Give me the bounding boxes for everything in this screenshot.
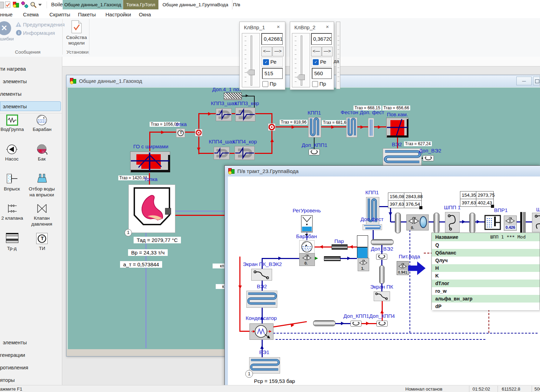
flow-valve-component[interactable]: 0.: [406, 214, 429, 230]
pipe-element[interactable]: [313, 320, 335, 326]
reguroven-component[interactable]: [301, 215, 313, 233]
shpp2-component-partial[interactable]: [532, 213, 540, 232]
level-valve-component[interactable]: 1.: [358, 258, 369, 271]
shpp1-component[interactable]: [445, 212, 460, 233]
ekran-pk-component[interactable]: [374, 291, 390, 301]
valve-position-field[interactable]: 0,36720: [311, 33, 332, 45]
ti-palette-icon[interactable]: Т: [36, 233, 48, 244]
window-gruppavoda-titlebar[interactable]: П/в тракт_23.ГруппаВода: [225, 166, 540, 177]
dop-kpp1-handle-w2[interactable]: [350, 321, 362, 327]
setpoint-field[interactable]: 515: [262, 68, 283, 79]
pr-checkbox[interactable]: [262, 81, 268, 87]
property-row[interactable]: Qбаланс: [432, 249, 540, 257]
quick-access-dropdown-icon[interactable]: [38, 4, 42, 8]
otbor-vody-label-1[interactable]: Отбор воды: [28, 186, 56, 191]
ve2-component-w2[interactable]: [246, 291, 277, 308]
trd-icon[interactable]: [6, 233, 18, 243]
pipe-element[interactable]: [379, 265, 384, 284]
info-button-label[interactable]: Информация: [23, 30, 55, 36]
step-right-button[interactable]: —>: [322, 47, 333, 56]
flow-splitter[interactable]: [195, 129, 202, 136]
dialog-close-icon[interactable]: ×: [324, 24, 331, 30]
pipe-element[interactable]: [434, 213, 439, 233]
bak-icon[interactable]: [36, 144, 48, 155]
save-check-icon[interactable]: [5, 1, 11, 8]
tab-grtopl[interactable]: Топка.ГрТопл: [123, 0, 159, 9]
vprysk-icon[interactable]: [6, 173, 17, 184]
dop-kpp1-handle-w1[interactable]: [309, 149, 320, 155]
pipe-element[interactable]: [371, 239, 394, 245]
dialog-klvpr3-edge[interactable]: [336, 22, 340, 89]
bak-label[interactable]: Бак: [35, 156, 49, 162]
feed-valve-component[interactable]: 0.941: [397, 261, 409, 275]
pr-checkbox-row[interactable]: Пр: [261, 80, 283, 88]
dop-kpp4-handle-w2[interactable]: [376, 321, 388, 327]
tab-pv[interactable]: П/в: [232, 0, 241, 9]
valve-position-field[interactable]: 0,42681: [261, 33, 283, 45]
pipe-element[interactable]: [469, 213, 475, 233]
slider-thumb[interactable]: [246, 70, 255, 75]
otbor-vody-label-2[interactable]: на впрыски: [28, 192, 56, 197]
warnings-button-label[interactable]: Предупреждения: [23, 22, 65, 28]
sidebar-category-elements-selected[interactable]: элементы: [3, 103, 27, 109]
errors-button-label[interactable]: шибки: [0, 36, 14, 41]
ve1-component[interactable]: [249, 357, 280, 374]
slider-thumb[interactable]: [296, 75, 305, 80]
baraban-palette-icon[interactable]: [36, 115, 48, 126]
property-row[interactable]: dP: [432, 303, 540, 310]
table-drag-handle[interactable]: [419, 206, 422, 209]
pr-checkbox-row[interactable]: Пр: [311, 80, 332, 88]
reg-checkbox[interactable]: ✓: [263, 59, 269, 65]
vprysk-label[interactable]: Впрыск: [3, 186, 21, 191]
kondensator-component[interactable]: [249, 323, 273, 340]
dop-fest-component-w2[interactable]: [363, 224, 382, 230]
valve-slider[interactable]: [292, 33, 310, 87]
two-valves-label[interactable]: 2 клапана: [0, 215, 26, 221]
sidebar-category-elements-1[interactable]: элементы: [3, 78, 27, 84]
quick-access-icon[interactable]: [0, 2, 4, 8]
scheme-nodes-icon[interactable]: [21, 1, 28, 8]
pr-checkbox[interactable]: [312, 81, 318, 87]
nasos-icon[interactable]: [6, 144, 17, 155]
kpp4-kor-component[interactable]: [235, 146, 255, 160]
search-magnifier-icon[interactable]: [30, 1, 37, 8]
step-right-button[interactable]: —>: [272, 47, 284, 56]
tab-gazohod[interactable]: Общие данные_1.Газоход: [63, 0, 123, 9]
window-maximize-button[interactable]: [533, 77, 540, 85]
insulated-pipe[interactable]: [324, 256, 341, 261]
ti-instrument[interactable]: Т: [176, 128, 185, 138]
property-row[interactable]: Qлуч: [432, 257, 540, 264]
setpoint-field[interactable]: 560: [312, 68, 332, 79]
vpr1-injector-component[interactable]: [484, 215, 501, 230]
property-row[interactable]: H: [432, 264, 540, 272]
go-shirmy-component[interactable]: [130, 151, 170, 172]
valve-slider[interactable]: [242, 33, 260, 87]
property-row[interactable]: dTлог: [432, 280, 540, 287]
dop-ve2-handle-w2[interactable]: [376, 254, 387, 260]
slider-track[interactable]: [251, 36, 252, 86]
ve2-component-w1[interactable]: [383, 148, 422, 166]
ti-label[interactable]: ТИ: [38, 246, 47, 251]
errors-icon[interactable]: ✕: [0, 21, 11, 35]
pressure-valve-label-1[interactable]: Клапан: [31, 215, 53, 221]
dop41-component[interactable]: [224, 93, 242, 100]
kpp3-kor-component[interactable]: [235, 108, 255, 121]
menu-item-scripts[interactable]: Скрипты: [47, 11, 72, 18]
vodgruppa-label[interactable]: ВодГруппа: [0, 127, 26, 132]
menu-item-settings[interactable]: Настройки: [103, 11, 133, 18]
sidebar-category-resistance[interactable]: ротивления: [0, 364, 28, 370]
window-minimize-button[interactable]: —: [516, 77, 532, 85]
menu-item-packages[interactable]: Пакеты: [76, 11, 98, 18]
property-row[interactable]: Q: [432, 241, 540, 249]
menu-item-windows[interactable]: Окна: [137, 11, 153, 18]
sidebar-category-generation[interactable]: генерации: [0, 352, 25, 358]
feston-component[interactable]: [346, 117, 357, 138]
drum-valve-component[interactable]: 0.: [299, 253, 315, 266]
sidebar-category-regulators[interactable]: яторы: [0, 377, 15, 383]
property-row[interactable]: ro_w: [432, 287, 540, 295]
dop-fest-component-w1[interactable]: [368, 118, 374, 137]
sidebar-category-elements-2[interactable]: лементы: [0, 91, 22, 97]
sidebar-category-heating-surfaces[interactable]: ти нагрева: [0, 66, 26, 72]
vodgruppa-icon[interactable]: [6, 115, 18, 126]
property-row[interactable]: K: [432, 272, 540, 280]
